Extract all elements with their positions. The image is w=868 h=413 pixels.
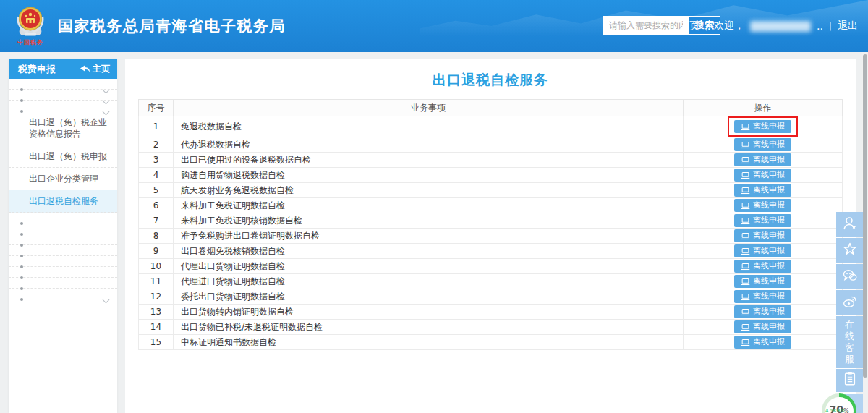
business-item-label: 来料加工免税证明数据自检 [174,198,684,213]
sidebar-menu: 出口退（免）税企业资格信息报告出口退（免）税申报出口企业分类管理出口退税自检服务 [9,79,117,299]
action-cell: 离线申报 [684,183,843,198]
sidebar-subitem[interactable]: 出口退税自检服务 [9,190,117,213]
offline-declare-button[interactable]: 离线申报 [734,138,791,151]
offline-declare-button[interactable]: 离线申报 [734,199,791,212]
sidebar-item[interactable] [9,79,117,90]
action-cell: 离线申报 [684,305,843,320]
sidebar-item[interactable] [9,256,117,267]
sidebar-submenu: 出口退（免）税企业资格信息报告出口退（免）税申报出口企业分类管理出口退税自检服务 [9,111,117,213]
table-row: 12委托出口货物证明数据自检离线申报 [139,289,843,305]
offline-declare-button[interactable]: 离线申报 [734,305,791,318]
laptop-icon [741,171,750,179]
row-number: 7 [139,213,174,229]
table-header-row: 序号 业务事项 操作 [139,100,843,116]
wechat-icon [841,267,859,287]
business-item-label: 代理出口货物证明数据自检 [174,259,684,274]
table-row: 10代理出口货物证明数据自检离线申报 [139,259,843,274]
sidebar-item[interactable] [9,245,117,256]
sidebar-item[interactable] [9,234,117,245]
business-item-label: 准予免税购进出口卷烟证明数据自检 [174,229,684,244]
table-row: 11代理进口货物证明数据自检离线申报 [139,274,843,289]
table-row: 9出口卷烟免税核销数据自检离线申报 [139,244,843,259]
offline-declare-button[interactable]: 离线申报 [734,153,791,166]
row-number: 10 [139,259,174,274]
home-link[interactable]: 主页 [679,20,699,33]
wechat-button[interactable] [836,264,863,289]
page-title: 出口退税自检服务 [125,59,856,90]
logo-caption: 中国税务 [12,38,49,46]
table-row: 8准予免税购进出口卷烟证明数据自检离线申报 [139,229,843,244]
survey-button[interactable] [836,369,863,392]
action-cell: 离线申报 [684,320,843,335]
business-item-label: 出口已使用过的设备退税数据自检 [174,153,684,168]
table-row: 2代办退税数据自检离线申报 [139,137,843,153]
scrollbar-thumb[interactable] [863,54,867,378]
row-number: 5 [139,183,174,198]
laptop-icon [741,323,750,331]
offline-declare-button[interactable]: 离线申报 [734,169,791,182]
online-service-button[interactable]: 在线客服 [836,316,863,368]
laptop-icon [741,187,750,195]
action-cell: 离线申报 [684,153,843,168]
row-number: 8 [139,229,174,244]
column-header-action: 操作 [684,100,843,116]
laptop-icon [741,217,750,225]
action-cell: 离线申报 [684,198,843,213]
scrollbar-track[interactable] [862,52,868,413]
sidebar-subitem[interactable]: 出口退（免）税申报 [9,145,117,168]
sidebar-item[interactable] [9,278,117,289]
sidebar-item[interactable] [9,213,117,223]
star-icon [841,241,859,261]
bullet-icon [20,298,23,301]
sidebar-item[interactable] [9,223,117,234]
user-star-button[interactable] [836,212,863,237]
chevron-down-icon [103,297,110,304]
offline-declare-button[interactable]: 离线申报 [734,184,791,197]
sidebar-item[interactable] [9,90,117,101]
search-input[interactable] [603,16,689,35]
action-cell: 离线申报 [684,274,843,289]
bullet-icon [20,110,23,113]
row-number: 15 [139,335,174,350]
sidebar-item[interactable] [9,101,117,111]
offline-declare-button[interactable]: 离线申报 [734,275,791,288]
table-row: 14出口货物已补税/未退税证明数据自检离线申报 [139,320,843,335]
action-cell: 离线申报 [684,335,843,350]
row-number: 14 [139,320,174,335]
action-cell: 离线申报 [684,213,843,229]
sidebar-subitem[interactable]: 出口企业分类管理 [9,168,117,190]
row-number: 4 [139,168,174,183]
weibo-button[interactable] [836,290,863,315]
offline-declare-button[interactable]: 离线申报 [734,244,791,257]
sidebar-item[interactable] [9,289,117,299]
progress-speed: 4.5KB/s [825,408,845,413]
business-item-label: 出口货物转内销证明数据自检 [174,305,684,320]
sidebar-item[interactable] [9,267,117,278]
business-item-label: 中标证明通知书数据自检 [174,335,684,350]
offline-declare-button[interactable]: 离线申报 [734,290,791,303]
offline-declare-button[interactable]: 离线申报 [734,260,791,273]
column-header-item: 业务事项 [174,100,684,116]
business-item-label: 委托出口货物证明数据自检 [174,289,684,305]
table-row: 5航天发射业务免退税数据自检离线申报 [139,183,843,198]
laptop-icon [741,202,750,210]
floating-toolbar: 在线客服 [836,212,863,413]
sidebar-home-button[interactable]: 主页 [80,63,110,75]
action-cell: 离线申报 [684,168,843,183]
business-table: 序号 业务事项 操作 1免退税数据自检离线申报2代办退税数据自检离线申报3出口已… [138,99,843,350]
business-item-label: 航天发射业务免退税数据自检 [174,183,684,198]
business-item-label: 出口卷烟免税核销数据自检 [174,244,684,259]
offline-declare-button[interactable]: 离线申报 [734,336,791,349]
highlight-frame: 离线申报 [728,116,798,137]
table-row: 4购进自用货物退税数据自检离线申报 [139,168,843,183]
site-title: 国家税务总局青海省电子税务局 [58,0,286,52]
offline-declare-button[interactable]: 离线申报 [734,120,791,133]
offline-declare-button[interactable]: 离线申报 [734,320,791,333]
star-button[interactable] [836,238,863,263]
logout-link[interactable]: 退出 [838,20,858,33]
action-cell: 离线申报 [684,116,843,137]
action-cell: 离线申报 [684,137,843,153]
sidebar-subitem[interactable]: 出口退（免）税企业资格信息报告 [9,111,117,145]
offline-declare-button[interactable]: 离线申报 [734,229,791,242]
offline-declare-button[interactable]: 离线申报 [734,214,791,227]
